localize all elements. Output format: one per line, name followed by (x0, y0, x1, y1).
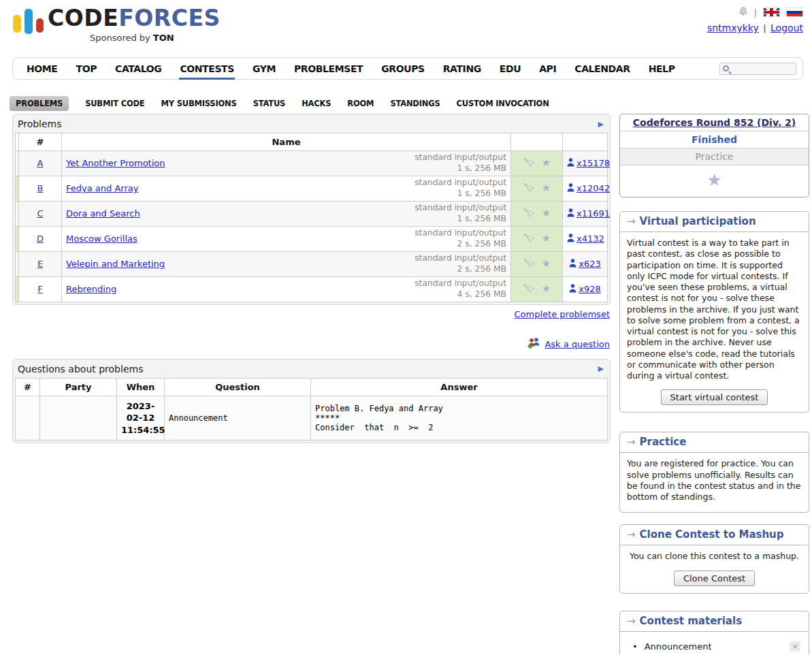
material-item-announcement[interactable]: • Announcement × (627, 639, 802, 654)
questions-caption: Questions about problems (18, 364, 143, 374)
search-input[interactable] (731, 64, 791, 74)
nav-item-catalog[interactable]: CATALOG (115, 63, 161, 74)
favorite-star-icon[interactable]: ★ (542, 158, 551, 168)
solved-person-icon (567, 183, 574, 194)
ru-flag-icon[interactable] (786, 7, 803, 17)
nav-item-help[interactable]: HELP (649, 63, 675, 74)
solved-count-link[interactable]: x12042 (576, 183, 610, 193)
problems-caption: Problems (18, 118, 62, 129)
problem-letter-link[interactable]: A (37, 158, 44, 168)
favorite-star-icon[interactable]: ★ (542, 208, 551, 219)
solved-count-link[interactable]: x928 (579, 284, 601, 294)
problem-name-link[interactable]: Fedya and Array (66, 183, 138, 193)
nav-item-gym[interactable]: GYM (253, 63, 276, 74)
expand-arrow-icon[interactable]: ▶ (598, 121, 604, 128)
subnav-my-submissions[interactable]: MY SUBMISSIONS (161, 99, 237, 108)
solved-person-icon (567, 234, 574, 244)
problems-table: # Name A Yet Another Promotion standard … (15, 133, 608, 302)
questions-table: # Party When Question Answer 2023-02-12 … (15, 378, 608, 441)
expand-arrow-icon[interactable]: ▶ (598, 365, 604, 372)
nav-item-rating[interactable]: RATING (443, 63, 481, 74)
subnav-custom-invocation[interactable]: CUSTOM INVOCATION (457, 99, 549, 108)
sponsored-prefix: Sponsored by (90, 33, 150, 43)
search-box[interactable] (719, 63, 796, 75)
complete-problemset-link[interactable]: Complete problemset (12, 309, 610, 319)
favorite-star-icon[interactable]: ★ (542, 284, 551, 294)
subnav-room[interactable]: ROOM (347, 99, 374, 108)
nav-item-problemset[interactable]: PROBLEMSET (294, 63, 363, 74)
uk-flag-icon[interactable] (763, 7, 780, 17)
logo-wordmark: CODEFORCES (48, 5, 221, 31)
practice-box: →Practice You are registered for practic… (619, 432, 809, 513)
header-separator: | (754, 7, 757, 18)
subnav-problems[interactable]: PROBLEMS (10, 96, 69, 111)
problem-row-c: C Dora and Search standard input/output1… (16, 201, 608, 226)
start-virtual-contest-button[interactable]: Start virtual contest (661, 389, 768, 405)
contest-materials-box: →Contest materials • Announcement × • Tu… (619, 611, 809, 655)
nav-item-edu[interactable]: EDU (500, 63, 521, 74)
problem-letter-link[interactable]: C (37, 208, 43, 219)
ask-question-link[interactable]: Ask a question (545, 339, 610, 349)
nav-item-calendar[interactable]: CALENDAR (574, 63, 630, 74)
virtual-title: Virtual participation (640, 215, 756, 227)
favorite-star-icon[interactable]: ★ (542, 234, 551, 244)
sidebar: Codeforces Round 852 (Div. 2) Finished P… (619, 114, 809, 655)
subnav-status[interactable]: STATUS (253, 99, 286, 108)
q-col-question: Question (165, 378, 311, 396)
solved-count-link[interactable]: x15178 (576, 158, 610, 168)
contest-title-link[interactable]: Codeforces Round 852 (Div. 2) (633, 117, 796, 128)
solved-count-link[interactable]: x4132 (576, 234, 604, 244)
practice-text: You are registered for practice. You can… (620, 453, 809, 512)
problem-letter-link[interactable]: F (37, 284, 42, 294)
problem-name-link[interactable]: Yet Another Promotion (66, 158, 165, 168)
nav-item-home[interactable]: HOME (27, 63, 58, 74)
problem-name-link[interactable]: Dora and Search (66, 208, 140, 219)
problem-name-link[interactable]: Moscow Gorillas (66, 234, 137, 244)
solved-person-icon (567, 208, 574, 219)
nav-item-groups[interactable]: GROUPS (381, 63, 425, 74)
col-header-name: Name (62, 133, 511, 151)
q-index-cell (16, 396, 40, 441)
problem-letter-link[interactable]: E (37, 259, 43, 269)
nav-item-top[interactable]: TOP (76, 63, 97, 74)
col-header-index: # (19, 133, 62, 151)
problem-letter-link[interactable]: B (37, 183, 44, 193)
bell-icon[interactable] (738, 6, 748, 19)
solved-count-link[interactable]: x11691 (576, 208, 610, 219)
q-answer-cell: Problem B. Fedya and Array ***** Conside… (311, 396, 608, 441)
nav-item-contests[interactable]: CONTESTS (180, 63, 234, 74)
problem-row-b: B Fedya and Array standard input/output1… (16, 176, 608, 201)
col-header-actions (511, 133, 563, 151)
contest-info-box: Codeforces Round 852 (Div. 2) Finished P… (619, 114, 809, 197)
submit-plane-icon[interactable] (523, 283, 536, 295)
clone-contest-button[interactable]: Clone Contest (674, 571, 755, 586)
main-column: Problems ▶ # Name A Yet Another Promotio… (12, 114, 611, 443)
submit-plane-icon[interactable] (523, 258, 536, 270)
subnav-standings[interactable]: STANDINGS (390, 99, 440, 108)
problem-constraints: standard input/output4 s, 256 MB (415, 278, 506, 300)
material-label[interactable]: Announcement (645, 641, 712, 652)
solved-count-link[interactable]: x623 (579, 259, 601, 269)
submit-plane-icon[interactable] (523, 182, 536, 195)
subnav-hacks[interactable]: HACKS (302, 99, 331, 108)
problem-letter-link[interactable]: D (37, 234, 44, 244)
username-link[interactable]: sntmxykky (707, 22, 759, 33)
practice-title: Practice (640, 436, 687, 448)
solved-person-icon (569, 284, 576, 295)
clone-title: Clone Contest to Mashup (640, 528, 784, 541)
logout-link[interactable]: Logout (770, 22, 803, 33)
submit-plane-icon[interactable] (523, 233, 536, 245)
nav-item-api[interactable]: API (539, 63, 556, 74)
codeforces-logo[interactable]: CODEFORCES Sponsored byTON (12, 4, 216, 49)
submit-plane-icon[interactable] (523, 208, 536, 220)
problem-name-link[interactable]: Velepin and Marketing (66, 259, 165, 269)
submit-plane-icon[interactable] (523, 157, 536, 170)
subnav-submit-code[interactable]: SUBMIT CODE (85, 99, 144, 108)
user-separator: | (763, 23, 766, 33)
contest-favorite-star-icon[interactable]: ★ (707, 170, 721, 190)
problem-name-link[interactable]: Rebrending (66, 284, 116, 294)
logo-bar-red-icon (36, 18, 44, 33)
favorite-star-icon[interactable]: ★ (542, 259, 551, 269)
close-icon[interactable]: × (790, 641, 800, 652)
favorite-star-icon[interactable]: ★ (542, 183, 551, 193)
